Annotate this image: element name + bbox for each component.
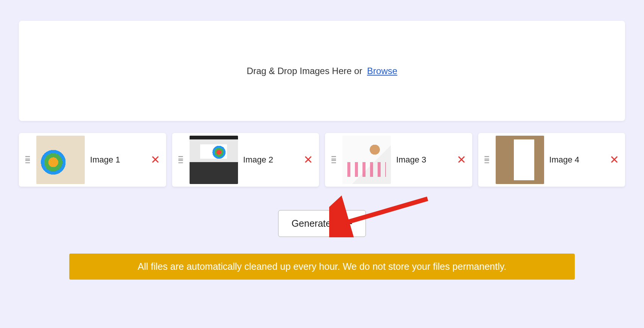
close-icon: ✕ <box>151 153 160 166</box>
remove-image-button[interactable]: ✕ <box>151 154 160 166</box>
dropzone-text: Drag & Drop Images Here or Browse <box>247 66 397 76</box>
image-thumbnail <box>36 136 85 184</box>
image-label: Image 2 <box>243 155 298 166</box>
image-card[interactable]: == Image 2 ✕ <box>172 133 319 187</box>
image-label: Image 4 <box>549 155 604 166</box>
remove-image-button[interactable]: ✕ <box>303 154 313 166</box>
dropzone-hint: Drag & Drop Images Here or <box>247 66 365 76</box>
dropzone[interactable]: Drag & Drop Images Here or Browse <box>19 21 625 121</box>
close-icon: ✕ <box>303 153 313 166</box>
generate-pdf-button[interactable]: Generate PDF <box>278 210 366 237</box>
image-label: Image 1 <box>90 155 145 166</box>
image-list: == Image 1 ✕ == Image 2 ✕ == Image 3 ✕ =… <box>19 133 625 187</box>
image-label: Image 3 <box>396 155 451 166</box>
close-icon: ✕ <box>610 153 619 166</box>
image-card[interactable]: == Image 1 ✕ <box>19 133 166 187</box>
image-thumbnail <box>496 136 544 184</box>
image-card[interactable]: == Image 3 ✕ <box>325 133 472 187</box>
cleanup-notice: All files are automatically cleaned up e… <box>69 254 575 280</box>
image-thumbnail <box>190 136 238 184</box>
drag-handle-icon[interactable]: == <box>484 156 490 163</box>
drag-handle-icon[interactable]: == <box>178 156 184 163</box>
remove-image-button[interactable]: ✕ <box>457 154 466 166</box>
image-card[interactable]: == Image 4 ✕ <box>478 133 625 187</box>
drag-handle-icon[interactable]: == <box>331 156 337 163</box>
drag-handle-icon[interactable]: == <box>25 156 31 163</box>
remove-image-button[interactable]: ✕ <box>610 154 619 166</box>
close-icon: ✕ <box>457 153 466 166</box>
image-thumbnail <box>342 136 391 184</box>
browse-link[interactable]: Browse <box>367 66 397 76</box>
